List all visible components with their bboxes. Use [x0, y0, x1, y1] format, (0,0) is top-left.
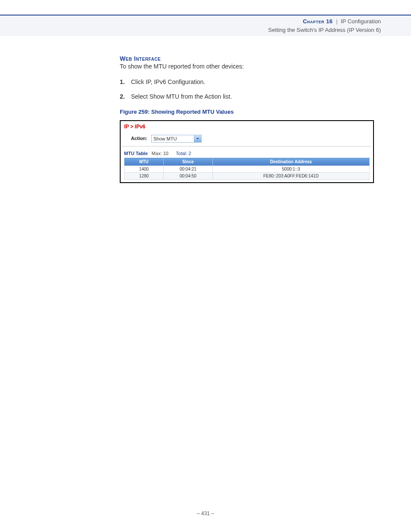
intro-text: To show the MTU reported from other devi… — [120, 63, 382, 70]
figure-caption: Figure 259: Showing Reported MTU Values — [120, 109, 382, 115]
header-separator: | — [336, 18, 337, 25]
table-row: 1280 00:04:50 FE80::203:A0FF:FED6:141D — [125, 173, 370, 180]
header-title: IP Configuration — [341, 18, 381, 25]
table-label: MTU Table — [124, 151, 148, 156]
step-item: Select Show MTU from the Action list. — [120, 93, 382, 100]
action-select[interactable]: Show MTU — [151, 135, 202, 143]
action-label: Action: — [131, 136, 147, 141]
cell-dest: FE80::203:A0FF:FED6:141D — [212, 173, 369, 180]
steps-list: Click IP, IPv6 Configuration. Select Sho… — [120, 78, 382, 100]
col-mtu: MTU — [125, 158, 164, 166]
action-select-value: Show MTU — [152, 136, 194, 141]
col-dest: Destination Address — [212, 158, 369, 166]
header-subtitle: Setting the Switch's IP Address (IP Vers… — [268, 26, 381, 34]
section-heading: Web Interface — [120, 55, 382, 62]
chapter-label: Chapter 16 — [303, 18, 333, 25]
content-column: Web Interface To show the MTU reported f… — [120, 55, 382, 183]
cell-since: 00:04:50 — [164, 173, 213, 180]
table-info: MTU Table Max: 10 Total: 2 — [121, 146, 373, 158]
table-row: 1400 00:04:21 5000:1::3 — [125, 166, 370, 173]
header-text: Chapter 16 | IP Configuration Setting th… — [268, 17, 381, 34]
action-row: Action: Show MTU — [122, 133, 371, 146]
table-header-row: MTU Since Destination Address — [125, 158, 370, 166]
ui-screenshot: IP > IPv6 Action: Show MTU MTU Table Max… — [120, 120, 374, 183]
step-item: Click IP, IPv6 Configuration. — [120, 78, 382, 85]
mtu-table: MTU Since Destination Address 1400 00:04… — [124, 158, 370, 180]
breadcrumb[interactable]: IP > IPv6 — [121, 121, 373, 133]
header-band: Chapter 16 | IP Configuration Setting th… — [0, 15, 411, 36]
table-max: Max: 10 — [152, 151, 168, 156]
col-since: Since — [164, 158, 213, 166]
cell-mtu: 1280 — [125, 173, 164, 180]
cell-dest: 5000:1::3 — [212, 166, 369, 173]
table-total: Total: 2 — [176, 151, 191, 156]
cell-mtu: 1400 — [125, 166, 164, 173]
chevron-down-icon[interactable] — [194, 135, 201, 142]
page-number: – 431 – — [0, 510, 411, 516]
cell-since: 00:04:21 — [164, 166, 213, 173]
page: { "header": { "chapter": "Chapter 16", "… — [0, 0, 411, 532]
